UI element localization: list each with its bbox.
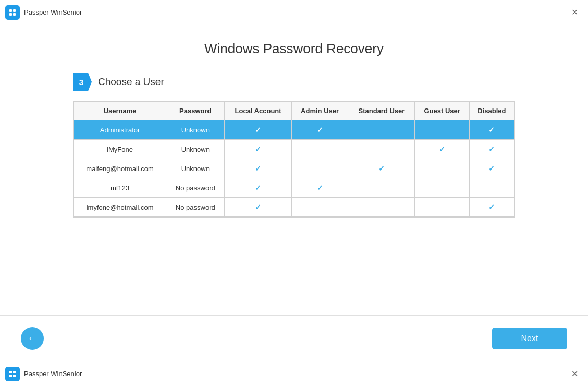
cell-local-account: ✓ [225, 140, 291, 159]
check-icon: ✓ [255, 164, 261, 173]
cell-password: No password [166, 178, 225, 198]
cell-username: maifeng@hotmail.com [74, 159, 166, 178]
close-button[interactable]: ✕ [567, 5, 582, 20]
step-label: Choose a User [98, 76, 164, 88]
table-scroll[interactable]: Username Password Local Account Admin Us… [74, 101, 514, 217]
cell-standard-user [348, 120, 415, 140]
col-disabled: Disabled [469, 102, 514, 120]
cell-standard-user [348, 198, 415, 217]
footer: ← Next [0, 315, 588, 361]
content-area: Windows Password Recovery 3 Choose a Use… [0, 25, 588, 315]
cell-guest-user [415, 120, 469, 140]
cell-disabled: ✓ [469, 198, 514, 217]
check-icon: ✓ [255, 145, 261, 153]
cell-password: Unknown [166, 120, 225, 140]
step-header: 3 Choose a User [73, 73, 515, 91]
col-guest-user: Guest User [415, 102, 469, 120]
table-body: Administrator Unknown ✓ ✓ ✓ iMyFone Unkn… [74, 120, 514, 217]
col-username: Username [74, 102, 166, 120]
cell-disabled: ✓ [469, 120, 514, 140]
cell-standard-user [348, 178, 415, 198]
cell-username: iMyFone [74, 140, 166, 159]
cell-guest-user [415, 159, 469, 178]
next-button[interactable]: Next [492, 328, 567, 349]
table-row[interactable]: iMyFone Unknown ✓ ✓ ✓ [74, 140, 514, 159]
cell-password: Unknown [166, 140, 225, 159]
cell-admin-user [291, 140, 348, 159]
svg-rect-6 [9, 371, 12, 373]
table-row[interactable]: imyfone@hotmail.com No password ✓ ✓ [74, 198, 514, 217]
check-icon: ✓ [317, 184, 323, 192]
svg-rect-1 [9, 9, 12, 12]
title-bar: Passper WinSenior ✕ [0, 0, 588, 25]
cell-guest-user [415, 178, 469, 198]
svg-rect-3 [9, 13, 12, 16]
check-icon: ✓ [378, 164, 385, 173]
user-table: Username Password Local Account Admin Us… [74, 101, 514, 217]
back-button[interactable]: ← [21, 327, 44, 350]
cell-disabled: ✓ [469, 140, 514, 159]
page-title: Windows Password Recovery [73, 41, 515, 57]
svg-rect-7 [13, 371, 16, 373]
check-icon: ✓ [255, 203, 261, 211]
taskbar-app-title: Passper WinSenior [24, 370, 82, 378]
cell-disabled [469, 178, 514, 198]
taskbar-close-button[interactable]: ✕ [567, 367, 582, 381]
cell-guest-user [415, 198, 469, 217]
check-icon: ✓ [317, 126, 323, 134]
cell-username: imyfone@hotmail.com [74, 198, 166, 217]
step-badge: 3 [73, 73, 92, 91]
col-local-account: Local Account [225, 102, 291, 120]
main-content: Windows Password Recovery 3 Choose a Use… [0, 25, 588, 361]
cell-disabled: ✓ [469, 159, 514, 178]
svg-rect-2 [13, 9, 16, 12]
cell-admin-user: ✓ [291, 120, 348, 140]
check-icon: ✓ [488, 145, 495, 153]
cell-admin-user [291, 198, 348, 217]
cell-local-account: ✓ [225, 159, 291, 178]
cell-admin-user: ✓ [291, 178, 348, 198]
table-header: Username Password Local Account Admin Us… [74, 102, 514, 120]
app-title: Passper WinSenior [24, 8, 82, 16]
cell-local-account: ✓ [225, 120, 291, 140]
app-icon [5, 5, 20, 20]
svg-rect-8 [9, 375, 12, 377]
cell-guest-user: ✓ [415, 140, 469, 159]
cell-admin-user [291, 159, 348, 178]
col-admin-user: Admin User [291, 102, 348, 120]
table-row[interactable]: Administrator Unknown ✓ ✓ ✓ [74, 120, 514, 140]
svg-rect-9 [13, 375, 16, 377]
cell-username: mf123 [74, 178, 166, 198]
table-row[interactable]: mf123 No password ✓ ✓ [74, 178, 514, 198]
cell-password: Unknown [166, 159, 225, 178]
taskbar-left: Passper WinSenior [5, 367, 82, 381]
cell-username: Administrator [74, 120, 166, 140]
check-icon: ✓ [255, 184, 261, 192]
check-icon: ✓ [488, 203, 495, 211]
cell-password: No password [166, 198, 225, 217]
check-icon: ✓ [439, 145, 445, 153]
taskbar-app-icon [5, 367, 20, 381]
col-standard-user: Standard User [348, 102, 415, 120]
col-password: Password [166, 102, 225, 120]
svg-rect-4 [13, 13, 16, 16]
check-icon: ✓ [255, 126, 261, 134]
taskbar: Passper WinSenior ✕ [0, 361, 588, 386]
cell-local-account: ✓ [225, 198, 291, 217]
check-icon: ✓ [488, 164, 495, 173]
user-table-container: Username Password Local Account Admin Us… [73, 101, 515, 218]
check-icon: ✓ [488, 126, 495, 134]
cell-standard-user: ✓ [348, 159, 415, 178]
cell-local-account: ✓ [225, 178, 291, 198]
cell-standard-user [348, 140, 415, 159]
title-bar-left: Passper WinSenior [5, 5, 82, 20]
table-row[interactable]: maifeng@hotmail.com Unknown ✓ ✓ ✓ [74, 159, 514, 178]
